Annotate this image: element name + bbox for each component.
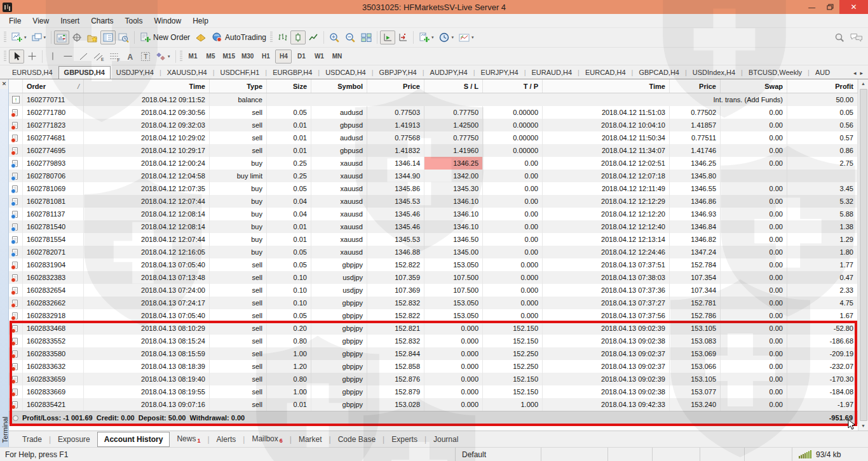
bottom-tab-account-history[interactable]: Account History xyxy=(97,432,170,447)
zoom-out-button[interactable] xyxy=(342,30,358,44)
bottom-tab-mailbox[interactable]: Mailbox6 xyxy=(245,431,289,447)
tab-scroll-left-icon[interactable]: ◂ xyxy=(853,70,857,76)
history-row[interactable]: 16027807062018.04.12 12:04:58buy limit0.… xyxy=(9,170,858,182)
column-header-profit[interactable]: Profit xyxy=(787,79,858,93)
timeframe-h4[interactable]: H4 xyxy=(275,50,292,63)
column-header-swap[interactable]: Swap xyxy=(721,79,787,93)
menu-view[interactable]: View xyxy=(27,15,55,27)
chart-tab-usdindex-h4[interactable]: USDIndex,H4 xyxy=(687,66,741,79)
chart-tab-gbpusd-h4[interactable]: GBPUSD,H4 xyxy=(58,66,111,79)
history-row[interactable]: 16027811372018.04.12 12:08:14buy0.04xauu… xyxy=(9,208,858,220)
scroll-up-icon[interactable]: ▲ xyxy=(861,79,865,88)
timeframe-w1[interactable]: W1 xyxy=(311,50,327,63)
history-row[interactable]: 16028323832018.04.13 07:13:48sell0.10usd… xyxy=(9,271,858,284)
history-row[interactable]: 16028319042018.04.13 07:05:40sell0.05gbp… xyxy=(9,258,858,271)
bar-chart-button[interactable] xyxy=(275,30,290,44)
bottom-tab-market[interactable]: Market xyxy=(292,432,329,447)
history-row[interactable]: 16027717802018.04.12 09:30:56sell0.05aud… xyxy=(9,106,858,119)
history-row[interactable]: 16027815542018.04.12 12:07:44buy0.01xauu… xyxy=(9,233,858,246)
candlestick-chart-button[interactable] xyxy=(290,30,306,44)
timeframe-m5[interactable]: M5 xyxy=(203,50,219,63)
horizontal-line-button[interactable] xyxy=(60,50,76,63)
data-window-button[interactable] xyxy=(69,30,85,44)
text-button[interactable]: A xyxy=(123,50,138,63)
community-button[interactable] xyxy=(848,30,865,44)
chart-tab-eurusd-h4[interactable]: EURUSD,H4 xyxy=(6,66,58,79)
chart-tab-gbpjpy-h4[interactable]: GBPJPY,H4 xyxy=(374,66,423,79)
restore-button[interactable] xyxy=(821,0,839,14)
crosshair-tool-button[interactable] xyxy=(24,50,39,63)
autotrading-button[interactable]: AutoTrading xyxy=(209,30,269,44)
templates-button[interactable]: ▾ xyxy=(456,30,477,44)
column-header-type[interactable]: Type xyxy=(210,79,267,93)
history-row[interactable]: 16028336692018.04.13 08:19:55sell1.00gbp… xyxy=(9,385,858,398)
history-row[interactable]: 16028326622018.04.13 07:24:17sell0.10gbp… xyxy=(9,297,858,309)
history-row[interactable]: 16028335522018.04.13 08:15:24sell0.80gbp… xyxy=(9,335,858,347)
text-label-button[interactable]: T xyxy=(138,50,153,63)
history-row[interactable]: 16027820712018.04.12 12:16:05buy0.05xauu… xyxy=(9,246,858,258)
column-header-icon[interactable] xyxy=(9,79,23,93)
cursor-button[interactable] xyxy=(9,50,24,63)
timeframe-d1[interactable]: D1 xyxy=(293,50,309,63)
history-row[interactable]: 16028335802018.04.13 08:15:59sell1.00gbp… xyxy=(9,347,858,360)
minimize-button[interactable]: — xyxy=(803,0,821,14)
column-header-size[interactable]: Size xyxy=(267,79,311,93)
timeframe-m1[interactable]: M1 xyxy=(185,50,201,63)
new-chart-button[interactable]: ▾ xyxy=(9,30,29,44)
toolbar-grip[interactable] xyxy=(4,51,6,62)
chart-shift-button[interactable] xyxy=(395,30,410,44)
chart-tab-usdcad-h4[interactable]: USDCAD,H4 xyxy=(320,66,372,79)
chart-tab-xauusd-h4[interactable]: XAUUSD,H4 xyxy=(161,66,213,79)
history-row[interactable]: 16027746952018.04.12 10:29:17sell0.01gbp… xyxy=(9,144,858,157)
zoom-in-button[interactable] xyxy=(327,30,342,44)
history-row[interactable]: 16027815402018.04.12 12:08:14buy0.01xauu… xyxy=(9,220,858,233)
chart-tab-usdjpy-h4[interactable]: USDJPY,H4 xyxy=(111,66,159,79)
trendline-button[interactable] xyxy=(76,50,91,63)
new-order-button[interactable]: New Order xyxy=(137,30,193,44)
chart-tab-eurcad-h4[interactable]: EURCAD,H4 xyxy=(580,66,632,79)
toolbar-grip[interactable] xyxy=(180,51,182,62)
tab-scroll-right-icon[interactable]: ▸ xyxy=(860,70,863,76)
equidistant-channel-button[interactable]: E xyxy=(91,50,107,63)
bottom-tab-trade[interactable]: Trade xyxy=(15,432,49,447)
fibonacci-button[interactable]: F xyxy=(107,50,123,63)
chart-tab-aud[interactable]: AUD xyxy=(810,66,836,79)
close-button[interactable]: ✕ xyxy=(839,0,868,14)
search-button[interactable] xyxy=(832,30,848,44)
history-row[interactable]: 16028336322018.04.13 08:18:39sell1.20gbp… xyxy=(9,360,858,373)
bottom-tab-alerts[interactable]: Alerts xyxy=(210,432,243,447)
bottom-tab-exposure[interactable]: Exposure xyxy=(51,432,97,447)
column-header-order[interactable]: Order/ xyxy=(23,79,84,93)
column-header-t-p[interactable]: T / P xyxy=(483,79,543,93)
chart-tab-eurgbp-h4[interactable]: EURGBP,H4 xyxy=(267,66,318,79)
history-row[interactable]: 16028334682018.04.13 08:10:29sell0.20gbp… xyxy=(9,322,858,335)
history-row[interactable]: 16027718232018.04.12 09:32:03sell0.01gbp… xyxy=(9,119,858,131)
history-row[interactable]: 16027707112018.04.12 09:11:52balanceInt.… xyxy=(9,93,858,106)
column-header-symbol[interactable]: Symbol xyxy=(311,79,367,93)
menu-file[interactable]: File xyxy=(3,15,27,27)
strategy-tester-button[interactable] xyxy=(116,30,132,44)
history-row[interactable]: 16028326542018.04.13 07:24:00sell0.10usd… xyxy=(9,284,858,297)
column-header-price[interactable]: Price xyxy=(670,79,721,93)
market-watch-button[interactable] xyxy=(54,30,69,44)
timeframe-h1[interactable]: H1 xyxy=(257,50,274,63)
history-row[interactable]: 16028329182018.04.13 07:05:40sell0.05gbp… xyxy=(9,309,858,322)
metaeditor-button[interactable] xyxy=(193,30,209,44)
chart-tab-gbpcad-h4[interactable]: GBPCAD,H4 xyxy=(633,66,685,79)
timeframe-mn[interactable]: MN xyxy=(329,50,345,63)
scroll-down-icon[interactable]: ▼ xyxy=(861,422,865,431)
chart-tab-usdchf-h1[interactable]: USDCHF,H1 xyxy=(215,66,266,79)
navigator-button[interactable] xyxy=(85,30,100,44)
timeframe-m30[interactable]: M30 xyxy=(239,50,256,63)
toolbar-grip[interactable] xyxy=(270,32,273,43)
status-profile[interactable]: Default xyxy=(455,448,541,461)
column-header-time[interactable]: Time xyxy=(84,79,210,93)
tile-windows-button[interactable] xyxy=(358,30,374,44)
auto-scroll-button[interactable] xyxy=(380,30,395,44)
scrollbar-thumb[interactable] xyxy=(860,89,867,421)
history-row[interactable]: 16027810812018.04.12 12:07:44buy0.04xauu… xyxy=(9,195,858,208)
column-header-time[interactable]: Time xyxy=(543,79,670,93)
history-row[interactable]: 16027810692018.04.12 12:07:35buy0.05xauu… xyxy=(9,182,858,195)
history-row[interactable]: 16027798932018.04.12 12:00:24buy0.25xauu… xyxy=(9,157,858,170)
history-row[interactable]: 16028336592018.04.13 08:19:40sell0.80gbp… xyxy=(9,373,858,385)
